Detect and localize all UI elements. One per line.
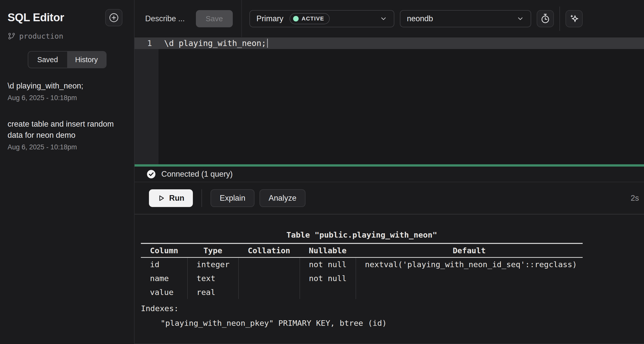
indexes-section: Indexes: "playing_with_neon_pkey" PRIMAR…	[141, 303, 644, 329]
column-header: Nullable	[300, 243, 356, 257]
ai-assistant-button[interactable]	[565, 10, 583, 27]
table-row: name text not null	[141, 271, 583, 285]
history-item[interactable]: create table and insert random data for …	[8, 119, 122, 151]
actions-toolbar: Run Explain Analyze 2s	[135, 182, 644, 215]
table-header-row: Column Type Collation Nullable Default	[141, 243, 583, 257]
explain-button[interactable]: Explain	[211, 189, 254, 207]
table-cell: not null	[300, 257, 356, 271]
status-badge-label: ACTIVE	[302, 15, 324, 22]
text-cursor-icon	[267, 39, 268, 48]
column-header: Type	[187, 243, 238, 257]
history-list: \d playing_with_neon; Aug 6, 2025 - 10:1…	[0, 68, 134, 151]
database-select-value: neondb	[407, 14, 433, 23]
branch-select[interactable]: Primary ACTIVE	[249, 10, 394, 27]
editor-active-line: 1 \d playing_with_neon;	[135, 37, 644, 49]
line-number: 1	[135, 38, 159, 48]
editor-gutter	[135, 37, 159, 164]
topbar-divider	[559, 7, 560, 31]
query-duration: 2s	[631, 194, 640, 203]
history-item-title: \d playing_with_neon;	[8, 80, 122, 91]
play-icon	[158, 194, 165, 202]
panel-resize-handle[interactable]	[135, 164, 644, 167]
actions-divider	[201, 189, 202, 207]
table-cell: text	[187, 271, 238, 285]
results-table-title: Table "public.playing_with_neon"	[141, 230, 583, 239]
page-title: SQL Editor	[8, 11, 64, 24]
stopwatch-icon	[540, 13, 551, 24]
git-branch-icon	[8, 32, 16, 40]
plus-circle-icon	[109, 12, 119, 23]
tab-history[interactable]: History	[67, 52, 106, 68]
branch-indicator: production	[0, 26, 134, 40]
database-select[interactable]: neondb	[400, 10, 531, 27]
table-cell: nextval('playing_with_neon_id_seq'::regc…	[356, 257, 583, 271]
code-editor[interactable]: 1 \d playing_with_neon;	[135, 37, 644, 164]
table-cell: value	[141, 285, 187, 299]
table-cell: real	[187, 285, 238, 299]
sparkle-icon	[569, 13, 580, 24]
run-button-label: Run	[169, 194, 184, 203]
sidebar: SQL Editor production Saved History	[0, 0, 135, 344]
branch-select-value: Primary	[256, 14, 284, 23]
status-badge: ACTIVE	[290, 13, 330, 24]
history-item[interactable]: \d playing_with_neon; Aug 6, 2025 - 10:1…	[8, 80, 122, 102]
table-cell: id	[141, 257, 187, 271]
table-cell: integer	[187, 257, 238, 271]
connection-status: Connected (1 query)	[135, 167, 644, 182]
new-query-button[interactable]	[105, 9, 122, 26]
topbar-controls: Primary ACTIVE neondb	[242, 0, 644, 37]
chevron-down-icon	[380, 15, 387, 22]
table-cell: not null	[300, 271, 356, 285]
table-cell	[238, 285, 300, 299]
table-cell	[238, 257, 300, 271]
query-timing-button[interactable]	[537, 10, 554, 27]
connection-status-text: Connected (1 query)	[161, 170, 233, 179]
analyze-button[interactable]: Analyze	[260, 189, 305, 207]
table-cell	[300, 285, 356, 299]
table-cell	[356, 285, 583, 299]
check-circle-icon	[146, 169, 156, 179]
column-header: Column	[141, 243, 187, 257]
index-definition: "playing_with_neon_pkey" PRIMARY KEY, bt…	[141, 317, 644, 329]
column-header: Default	[356, 243, 583, 257]
history-item-timestamp: Aug 6, 2025 - 10:18pm	[8, 94, 122, 102]
table-row: id integer not null nextval('playing_wit…	[141, 257, 583, 271]
table-row: value real	[141, 285, 583, 299]
branch-name: production	[19, 32, 63, 40]
table-cell: name	[141, 271, 187, 285]
tab-saved[interactable]: Saved	[28, 52, 67, 68]
results-panel: Table "public.playing_with_neon" Column …	[135, 215, 644, 344]
query-title: Describe ...	[145, 14, 185, 23]
save-button[interactable]: Save	[196, 10, 233, 27]
sidebar-tabs: Saved History	[28, 51, 107, 68]
chevron-down-icon	[517, 15, 524, 22]
history-item-timestamp: Aug 6, 2025 - 10:18pm	[8, 143, 122, 151]
column-header: Collation	[238, 243, 300, 257]
code-text: \d playing_with_neon;	[164, 38, 266, 48]
describe-table: Column Type Collation Nullable Default i…	[141, 243, 583, 299]
code-line: \d playing_with_neon;	[159, 38, 268, 48]
active-dot-icon	[293, 16, 299, 21]
table-cell	[238, 271, 300, 285]
table-cell	[356, 271, 583, 285]
topbar: Describe ... Save Primary ACTIVE neondb	[135, 0, 644, 37]
indexes-label: Indexes:	[141, 303, 644, 314]
run-button[interactable]: Run	[149, 189, 193, 207]
sql-editor-app: SQL Editor production Saved History	[0, 0, 644, 344]
sidebar-header: SQL Editor	[0, 0, 134, 26]
history-item-title: create table and insert random data for …	[8, 119, 122, 141]
query-tab: Describe ... Save	[135, 0, 242, 37]
main-panel: Describe ... Save Primary ACTIVE neondb	[135, 0, 644, 344]
